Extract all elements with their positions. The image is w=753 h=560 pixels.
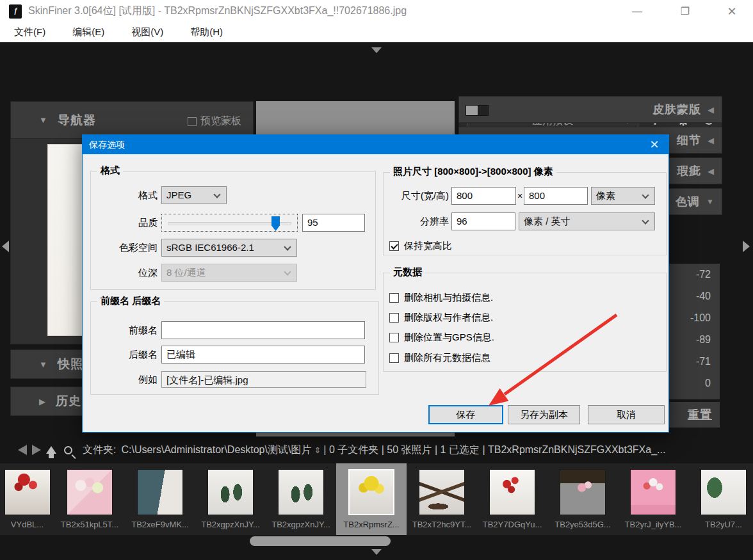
colorspace-value: sRGB IEC61966-2.1 <box>166 242 254 253</box>
filmstrip-item[interactable]: TB2xT2hc9YT... <box>407 463 477 535</box>
collapse-top-panel-icon[interactable] <box>371 47 382 53</box>
resolution-unit-select[interactable]: 像素 / 英寸 <box>519 212 655 230</box>
photo-thumbnail[interactable] <box>700 469 747 515</box>
next-photo-icon[interactable] <box>32 445 41 455</box>
chevron-down-icon <box>284 243 291 250</box>
quality-input[interactable]: 95 <box>302 214 365 232</box>
menu-edit[interactable]: 编辑(E) <box>72 26 104 38</box>
remove-all-metadata-checkbox[interactable] <box>389 353 399 363</box>
size-unit-select[interactable]: 像素 <box>591 187 655 205</box>
save-button[interactable]: 保存 <box>428 405 503 424</box>
filmstrip-item[interactable]: TB2yrJ_ilyYB... <box>618 463 688 535</box>
remove-gps-info-label: 删除位置与GPS信息. <box>404 332 494 344</box>
filmstrip-scrollbar[interactable] <box>250 536 391 546</box>
thumbnail-label: TB2xgpzXnJY... <box>195 520 266 529</box>
previous-photo-icon[interactable] <box>18 445 27 455</box>
chevron-down-icon <box>642 217 649 224</box>
photo-thumbnail[interactable] <box>419 469 465 515</box>
preview-mask-label: 预览蒙板 <box>200 115 241 128</box>
photo-thumbnail[interactable] <box>630 469 676 515</box>
photo-thumbnail[interactable] <box>348 469 394 515</box>
folder-stats: | 0 子文件夹 | 50 张照片 | 1 已选定 | TB2xRpmsrZnB… <box>323 444 665 457</box>
app-window: f SkinFiner 3.0[64位] [试用版] - TB2xRpmsrZn… <box>0 0 753 560</box>
reset-button[interactable]: 重置 <box>688 408 712 421</box>
photo-thumbnail[interactable] <box>207 469 254 515</box>
suffix-input[interactable]: 已编辑 <box>161 346 365 364</box>
size-unit-value: 像素 <box>596 190 615 201</box>
remove-copyright-info-label: 删除版权与作者信息. <box>404 312 493 324</box>
photo-thumbnail[interactable] <box>489 469 535 515</box>
save-as-copy-button[interactable]: 另存为副本 <box>508 405 580 424</box>
thumbnail-label: TB2xRpmsrZ... <box>336 520 407 529</box>
title-bar: f SkinFiner 3.0[64位] [试用版] - TB2xRpmsrZn… <box>0 0 753 22</box>
detail-label: 细节 <box>677 132 701 148</box>
dialog-title-bar[interactable]: 保存选项 ✕ <box>83 135 668 154</box>
filmstrip-item[interactable]: TB2xgpzXnJY... <box>266 463 336 535</box>
photo-thumbnail[interactable] <box>67 469 113 515</box>
parent-folder-icon[interactable] <box>46 446 56 454</box>
section-skin-mask[interactable]: 皮肤蒙版 ◀ <box>458 96 722 123</box>
thumbnail-label: TB2ye53d5G... <box>547 520 618 529</box>
preview-mask-checkbox[interactable] <box>188 117 197 126</box>
prefix-group-title: 前缀名 后缀名 <box>97 295 164 307</box>
filmstrip-item[interactable]: TB2Y7DGqYu... <box>477 463 547 535</box>
prefix-suffix-group: 前缀名 后缀名 前缀名 后缀名 已编辑 例如 [文件名]-已编辑.jpg <box>90 301 379 395</box>
remove-gps-info-checkbox[interactable] <box>389 333 399 342</box>
photo-thumbnail[interactable] <box>560 469 606 515</box>
metadata-group-title: 元数据 <box>390 266 425 278</box>
skin-mask-toggle[interactable] <box>466 105 489 116</box>
preview-mask-option[interactable]: 预览蒙板 <box>184 115 241 128</box>
quality-slider[interactable] <box>161 214 298 232</box>
filmstrip-item[interactable]: TB2x51kpL5T... <box>54 463 125 535</box>
menu-file[interactable]: 文件(F) <box>14 26 45 38</box>
width-input[interactable]: 800 <box>451 187 516 205</box>
cancel-button[interactable]: 取消 <box>588 405 665 424</box>
example-output: [文件名]-已编辑.jpg <box>161 371 366 388</box>
suffix-label: 后缀名 <box>91 349 161 361</box>
filmstrip-item[interactable]: TB2xeF9vMK... <box>125 463 195 535</box>
sort-toggle-icon[interactable]: ⇕ <box>314 445 321 455</box>
resolution-input[interactable]: 96 <box>451 212 515 230</box>
colorspace-select[interactable]: sRGB IEC61966-2.1 <box>161 239 297 257</box>
filmstrip-item[interactable]: TB2xgpzXnJY... <box>195 463 266 535</box>
size-label: 尺寸(宽/高) <box>384 190 451 202</box>
blemish-label: 瑕疵 <box>677 163 701 179</box>
minimize-button[interactable]: — <box>624 3 650 20</box>
close-button[interactable]: ✕ <box>719 3 745 20</box>
bitdepth-select: 8 位/通道 <box>161 264 297 282</box>
remove-copyright-info-checkbox[interactable] <box>389 313 399 323</box>
menu-help[interactable]: 帮助(H) <box>190 26 223 38</box>
filmstrip-item[interactable]: TB2yU7... <box>688 463 753 535</box>
thumbnail-label: TB2x51kpL5T... <box>54 520 125 529</box>
filmstrip-item[interactable]: TB2ye53d5G... <box>547 463 618 535</box>
slider-thumb[interactable] <box>271 216 280 231</box>
collapse-left-panel-icon[interactable] <box>2 241 9 252</box>
thumbnail-label: TB2yU7... <box>688 520 753 529</box>
history-title: 历史 <box>56 393 81 410</box>
thumbnail-label: TB2xeF9vMK... <box>125 520 195 529</box>
photo-thumbnail[interactable] <box>278 469 324 515</box>
tone-label: 色调 <box>676 194 700 209</box>
menu-view[interactable]: 视图(V) <box>131 26 163 38</box>
collapse-right-panel-icon[interactable] <box>743 241 750 252</box>
search-icon[interactable] <box>64 446 72 454</box>
photo-thumbnail[interactable] <box>4 469 51 515</box>
remove-camera-info-checkbox[interactable] <box>389 293 399 303</box>
maximize-button[interactable]: ❐ <box>672 3 698 20</box>
thumbnail-label: TB2yrJ_ilyYB... <box>618 520 688 529</box>
photo-thumbnail[interactable] <box>137 469 183 515</box>
dialog-title: 保存选项 <box>89 140 125 150</box>
dialog-close-icon[interactable]: ✕ <box>644 136 665 153</box>
collapse-bottom-panel-icon[interactable] <box>371 549 382 555</box>
filmstrip-item-selected[interactable]: TB2xRpmsrZ... <box>336 463 407 535</box>
prefix-input[interactable] <box>161 321 365 339</box>
height-input[interactable]: 800 <box>524 187 588 205</box>
filmstrip-item[interactable]: VYdBL... <box>0 463 54 535</box>
folder-label: 文件夹: <box>83 444 116 457</box>
keep-aspect-checkbox[interactable] <box>389 241 399 251</box>
navigator-header[interactable]: ▼ 导航器 预览蒙板 <box>11 102 253 139</box>
folder-path[interactable]: C:\Users\Administrator\Desktop\测试\图片 <box>121 444 311 457</box>
remove-all-metadata-label: 删除所有元数据信息 <box>404 352 490 364</box>
chevron-down-icon <box>642 191 649 198</box>
format-select[interactable]: JPEG <box>161 186 227 204</box>
